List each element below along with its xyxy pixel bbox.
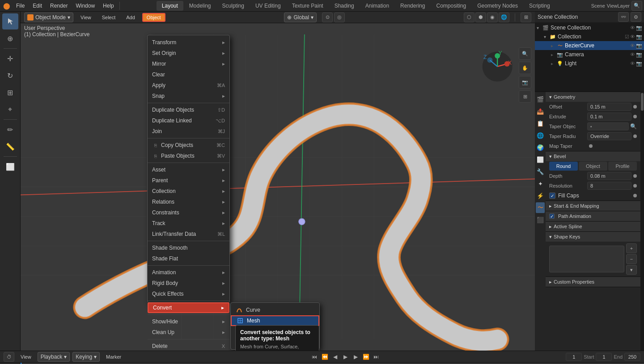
tab-geometry-nodes[interactable]: Geometry Nodes [472,1,523,11]
viewport-cam-btn[interactable]: 📷 [519,76,531,88]
keyframe-dot[interactable] [633,105,637,109]
menu-constraints[interactable]: Constraints▸ [148,207,229,218]
menu-track[interactable]: Track▸ [148,218,229,229]
props-object[interactable]: ⬜ [536,154,545,165]
menu-transform[interactable]: Transform▸ [148,37,229,48]
menu-parent[interactable]: Parent▸ [148,175,229,186]
menu-apply[interactable]: Apply⌘A [148,80,229,91]
snap-btn[interactable]: ⊙ [322,13,333,22]
shape-keys-header[interactable]: ▾ Shape Keys [546,232,640,242]
taper-obj-value[interactable]: ▪ [587,122,629,130]
add-menu[interactable]: Add [123,13,139,22]
props-modifiers[interactable]: 🔧 [536,166,545,177]
menu-show-hide[interactable]: Show/Hide▸ [148,316,229,327]
object-dropdown-menu[interactable]: Transform▸ Set Origin▸ Mirror▸ Clear App… [147,35,230,303]
outliner-filter[interactable]: ⏔ [618,12,629,22]
tool-rotate[interactable]: ↻ [2,67,18,84]
props-world[interactable]: 🌍 [536,142,545,153]
menu-clear[interactable]: Clear [148,69,229,80]
bz-vis-icon[interactable]: 👁 [630,43,635,49]
keyframe-dot-3[interactable] [633,134,637,138]
menu-edit[interactable]: Edit [29,1,46,11]
tab-sculpting[interactable]: Sculpting [217,1,250,11]
bevel-header[interactable]: ▾ Bevel [546,151,640,161]
depth-value[interactable]: 0.08 m [587,172,631,180]
menu-copy-objects[interactable]: ⎘ Copy Objects⌘C [148,140,229,151]
lt-vis-icon[interactable]: 👁 [630,61,635,67]
menu-asset[interactable]: Asset▸ [148,164,229,175]
convert-mesh[interactable]: Mesh [231,315,319,326]
menu-convert[interactable]: Convert▸ Curve M [148,302,229,313]
menu-quick-effects[interactable]: Quick Effects▸ [148,289,229,299]
viewport-3d[interactable]: X Y Z [21,23,535,351]
next-frame[interactable]: ▶ [351,352,360,361]
tab-animation[interactable]: Animation [360,1,394,11]
view-menu[interactable]: View [77,13,95,22]
tab-shading[interactable]: Shading [329,1,360,11]
viewport-hand-btn[interactable]: ✋ [519,62,531,74]
remove-shape-key[interactable]: − [626,254,637,264]
tool-scale[interactable]: ⊞ [2,84,18,100]
outliner-light[interactable]: ▸ 💡 Light 👁 📷 [535,59,644,68]
taper-rad-value[interactable]: Override [587,132,631,140]
add-shape-key[interactable]: + [626,243,637,253]
path-anim-checkbox[interactable]: ✓ [549,213,555,219]
col-vis-icon[interactable]: 👁 [630,34,635,40]
menu-paste-objects[interactable]: ⎘ Paste Objects⌘V [148,151,229,161]
tab-texture-paint[interactable]: Texture Paint [287,1,329,11]
end-frame[interactable]: 250 [624,353,640,361]
taper-eyedrop[interactable]: 🔍 [630,123,637,130]
play[interactable]: ▶ [341,352,350,361]
menu-rigid-body[interactable]: Rigid Body▸ [148,278,229,289]
props-scene[interactable]: 🌐 [536,130,545,141]
map-taper-dot[interactable] [589,144,593,148]
menu-duplicate-objects[interactable]: Duplicate Objects⇧D [148,105,229,115]
shading-solid[interactable]: ⬢ [475,13,486,22]
menu-animation[interactable]: Animation▸ [148,267,229,278]
outliner-collection[interactable]: ▾ 📁 Collection ☑ 👁 📷 [535,32,644,41]
search-btn[interactable]: 🔍 [631,1,642,11]
scroll-thumb[interactable] [641,93,644,111]
props-view-layer[interactable]: 📋 [536,118,545,129]
menu-snap[interactable]: Snap▸ [148,91,229,101]
menu-set-origin[interactable]: Set Origin▸ [148,48,229,59]
keyframe-dot-2[interactable] [633,115,637,118]
menu-shade-smooth[interactable]: Shade Smooth [148,243,229,253]
menu-relations[interactable]: Relations▸ [148,197,229,207]
col-render-icon[interactable]: 📷 [636,34,642,40]
menu-help[interactable]: Help [99,1,118,11]
offset-value[interactable]: 0.15 m [587,103,631,111]
path-anim-header[interactable]: ✓ Path Animation [546,211,640,221]
viewport-zoom-btn[interactable]: 🔍 [519,47,531,60]
props-output[interactable]: 📤 [536,106,545,117]
menu-join[interactable]: Join⌘J [148,126,229,137]
menu-link-transfer[interactable]: Link/Transfer Data⌘L [148,229,229,239]
menu-duplicate-linked[interactable]: Duplicate Linked⌥D [148,115,229,126]
start-end-header[interactable]: ▸ Start & End Mapping [546,201,640,211]
mode-select[interactable]: Object Mode ▾ [24,13,73,22]
menu-delete[interactable]: DeleteX [148,341,229,351]
outliner-options[interactable]: ⚙ [631,12,641,22]
render-icon[interactable]: 📷 [636,25,642,31]
menu-window[interactable]: Window [72,1,98,11]
bevel-profile-btn[interactable]: Profile [608,162,637,171]
menu-render[interactable]: Render [47,1,71,11]
viewport-grid-btn[interactable]: ⊞ [519,90,531,103]
visibility-icon[interactable]: 👁 [630,25,635,31]
outliner-beziercurve[interactable]: ▸ 〜 BezierCurve 👁 📷 [535,41,644,50]
tab-modeling[interactable]: Modeling [184,1,216,11]
props-object-data[interactable]: 〜 [536,202,545,213]
cam-vis-icon[interactable]: 👁 [630,52,635,58]
bz-render-icon[interactable]: 📷 [636,43,642,49]
resolution-dot[interactable] [633,184,637,188]
viewport[interactable]: Object Mode ▾ View Select Add Object ⊕ G… [21,12,535,351]
outliner-camera[interactable]: ▸ 📷 Camera 👁 📷 [535,50,644,59]
editor-type[interactable]: ⊞ [521,13,531,22]
props-particles[interactable]: ✦ [536,178,545,189]
timeline-type[interactable]: ⏱ [4,352,14,362]
keying-select[interactable]: Keying ▾ [72,352,100,362]
depth-dot[interactable] [633,174,637,178]
fill-caps-checkbox[interactable]: ✓ [549,192,555,199]
proportional-btn[interactable]: ◎ [334,13,345,22]
current-frame[interactable]: 1 [566,353,582,361]
